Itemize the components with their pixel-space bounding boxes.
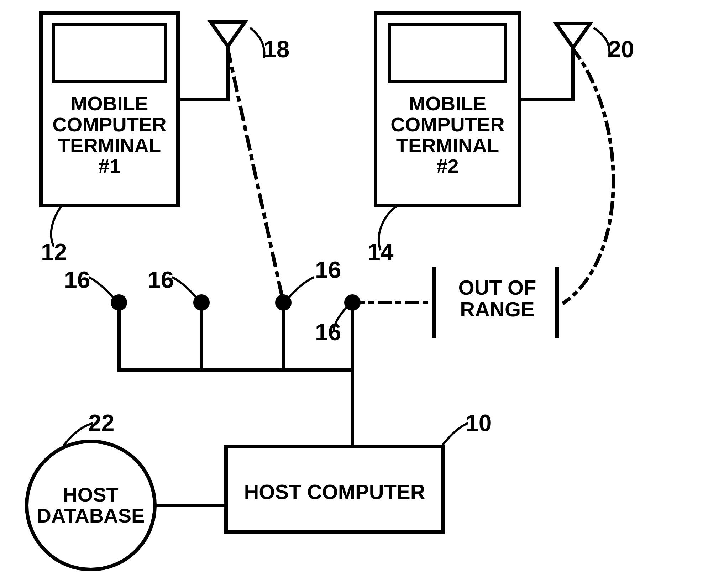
ref-18: 18 [263,36,289,63]
ref-16-a: 16 [64,266,90,293]
terminal-1-screen [52,23,167,83]
ref-14: 14 [367,238,393,266]
diagram-canvas: MOBILE COMPUTER TERMINAL #1 12 18 MOBILE… [0,0,703,588]
ref-20: 20 [608,36,634,63]
out-of-range-label: OUT OF RANGE [442,277,552,320]
out-of-range-bar-right [555,267,559,338]
ref-16-c: 16 [315,256,341,283]
out-of-range-bar-left [432,267,436,338]
host-computer: HOST COMPUTER [224,445,445,534]
terminal-1-label: MOBILE COMPUTER TERMINAL #1 [43,93,176,177]
svg-marker-2 [211,22,245,46]
ref-16-b: 16 [148,266,174,293]
ref-22: 22 [88,409,114,436]
host-computer-label: HOST COMPUTER [228,481,441,503]
terminal-2-screen [388,23,507,83]
ref-10: 10 [466,409,492,436]
mobile-terminal-2: MOBILE COMPUTER TERMINAL #2 [374,11,521,207]
host-database: HOST DATABASE [25,440,157,571]
mobile-terminal-1: MOBILE COMPUTER TERMINAL #1 [39,11,180,207]
svg-marker-5 [556,23,590,48]
svg-line-6 [228,49,283,303]
host-database-label: HOST DATABASE [37,484,145,526]
terminal-2-label: MOBILE COMPUTER TERMINAL #2 [377,93,518,177]
ref-16-d: 16 [315,319,341,346]
ref-12: 12 [41,238,67,266]
